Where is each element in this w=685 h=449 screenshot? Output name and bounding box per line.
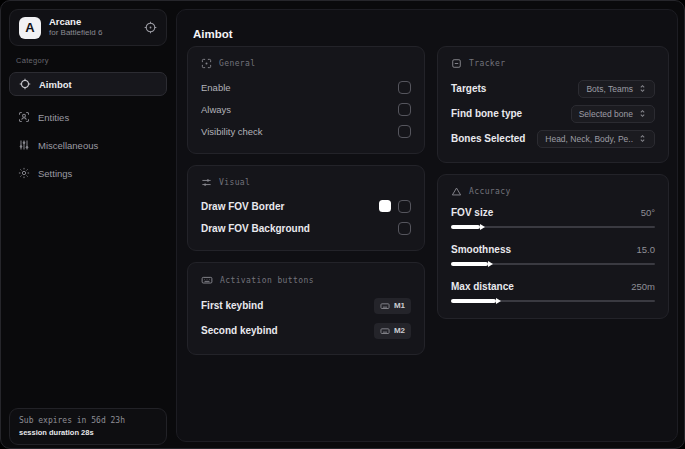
main-panel: Aimbot General Enable <box>176 9 678 442</box>
find-bone-type-dropdown[interactable]: Selected bone <box>571 105 655 123</box>
sidebar-item-label: Aimbot <box>39 79 72 90</box>
visibility-check-checkbox[interactable] <box>398 125 411 138</box>
card-title: Visual <box>219 178 250 187</box>
setting-row-targets: Targets Bots, Teams <box>451 76 655 101</box>
visual-card: Visual Draw FOV Border Draw FOV Backgrou… <box>187 165 425 251</box>
card-title: Tracker <box>469 59 506 68</box>
max-distance-slider[interactable] <box>451 297 655 305</box>
setting-row-always: Always <box>201 98 411 120</box>
draw-fov-border-checkbox[interactable] <box>398 200 411 213</box>
slider-thumb[interactable] <box>451 262 488 266</box>
smoothness-value: 15.0 <box>637 244 656 255</box>
enable-checkbox[interactable] <box>398 81 411 94</box>
activation-buttons-card: Activation buttons First keybind M1 S <box>187 262 425 355</box>
setting-row-first-keybind: First keybind M1 <box>201 293 411 318</box>
page-title: Aimbot <box>193 28 233 40</box>
unfold-icon <box>638 134 647 143</box>
subscription-info: Sub expires in 56d 23h session duration … <box>9 408 167 445</box>
sub-expires-text: Sub expires in 56d 23h <box>19 416 157 425</box>
setting-row-enable: Enable <box>201 76 411 98</box>
smoothness-slider[interactable] <box>451 260 655 268</box>
sidebar: A Arcane for Battlefield 6 Category Aimb… <box>1 1 175 448</box>
crosshair-icon <box>19 78 31 90</box>
bones-selected-dropdown[interactable]: Head, Neck, Body, Pe.. <box>537 130 655 148</box>
right-column: Tracker Targets Bots, Teams Find bone <box>437 46 669 319</box>
entity-scan-icon <box>18 111 30 123</box>
card-title: General <box>219 59 256 68</box>
triangle-icon <box>451 186 462 197</box>
keyboard-icon <box>380 301 390 311</box>
setting-row-visibility-check: Visibility check <box>201 120 411 142</box>
box-minus-icon <box>451 58 462 69</box>
left-column: General Enable Always Visibility check <box>187 46 425 355</box>
sliders-horizontal-icon <box>201 177 212 188</box>
app-subtitle: for Battlefield 6 <box>49 29 102 38</box>
sidebar-item-miscellaneous[interactable]: Miscellaneous <box>9 133 167 157</box>
targets-dropdown[interactable]: Bots, Teams <box>578 80 655 98</box>
app-name: Arcane <box>49 17 102 27</box>
always-checkbox[interactable] <box>398 103 411 116</box>
card-title: Activation buttons <box>220 276 314 285</box>
setting-row-second-keybind: Second keybind M2 <box>201 318 411 343</box>
setting-row-draw-fov-background: Draw FOV Background <box>201 217 411 239</box>
target-icon[interactable] <box>144 21 157 34</box>
unfold-icon <box>638 109 647 118</box>
app-header: A Arcane for Battlefield 6 <box>9 9 167 46</box>
scan-icon <box>201 58 212 69</box>
first-keybind-button[interactable]: M1 <box>374 298 411 314</box>
sidebar-item-settings[interactable]: Settings <box>9 161 167 185</box>
card-title: Accuracy <box>469 187 511 196</box>
fov-size-slider[interactable] <box>451 223 655 231</box>
session-duration-text: session duration 28s <box>19 428 157 437</box>
setting-row-bones-selected: Bones Selected Head, Neck, Body, Pe.. <box>451 126 655 151</box>
setting-row-fov-size: FOV size 50° <box>451 204 655 231</box>
setting-row-smoothness: Smoothness 15.0 <box>451 241 655 268</box>
unfold-icon <box>638 84 647 93</box>
setting-row-find-bone-type: Find bone type Selected bone <box>451 101 655 126</box>
category-label: Category <box>16 56 49 65</box>
gear-icon <box>18 167 30 179</box>
setting-row-draw-fov-border: Draw FOV Border <box>201 195 411 217</box>
sidebar-item-aimbot[interactable]: Aimbot <box>9 72 167 96</box>
app-logo: A <box>19 17 41 39</box>
sliders-vertical-icon <box>18 139 30 151</box>
fov-size-value: 50° <box>641 207 655 218</box>
general-card: General Enable Always Visibility check <box>187 46 425 154</box>
draw-fov-background-checkbox[interactable] <box>398 222 411 235</box>
keyboard-icon <box>380 326 390 336</box>
app-window: A Arcane for Battlefield 6 Category Aimb… <box>0 0 685 449</box>
sidebar-item-label: Entities <box>38 112 69 123</box>
slider-thumb[interactable] <box>451 225 480 229</box>
keyboard-icon <box>201 274 213 286</box>
tracker-card: Tracker Targets Bots, Teams Find bone <box>437 46 669 163</box>
second-keybind-button[interactable]: M2 <box>374 323 411 339</box>
fov-border-color-swatch[interactable] <box>379 200 391 212</box>
accuracy-card: Accuracy FOV size 50° Smoothness <box>437 174 669 319</box>
sidebar-item-label: Miscellaneous <box>38 140 98 151</box>
slider-thumb[interactable] <box>451 299 496 303</box>
sidebar-item-entities[interactable]: Entities <box>9 105 167 129</box>
sidebar-item-label: Settings <box>38 168 72 179</box>
max-distance-value: 250m <box>631 281 655 292</box>
setting-row-max-distance: Max distance 250m <box>451 278 655 305</box>
